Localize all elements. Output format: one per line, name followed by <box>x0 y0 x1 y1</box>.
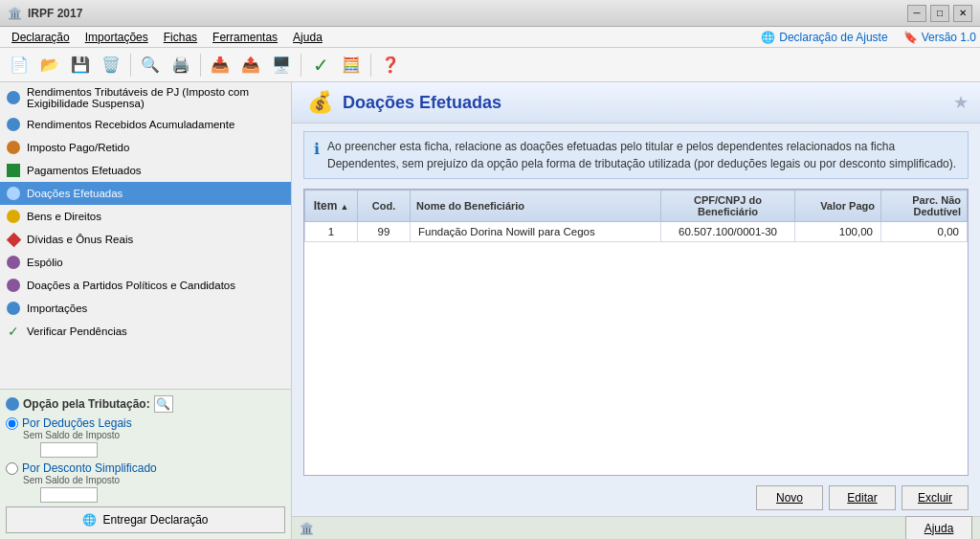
toolbar-save[interactable]: 💾 <box>67 52 94 79</box>
menu-ajuda[interactable]: Ajuda <box>285 29 330 46</box>
menu-importacoes[interactable]: Importações <box>78 29 156 46</box>
sidebar-bottom: Opção pela Tributação: 🔍 Por Deduções Le… <box>0 389 291 539</box>
toolbar-open[interactable]: 📂 <box>36 52 63 79</box>
star-icon[interactable]: ★ <box>953 92 969 113</box>
window-controls: ─ □ ✕ <box>907 5 972 22</box>
toolbar: 📄 📂 💾 🗑️ 🔍 🖨️ 📥 📤 🖥️ ✓ 🧮 ❓ <box>0 48 980 82</box>
pagamentos-label: Pagamentos Efetuados <box>27 165 142 176</box>
sidebar-item-bens[interactable]: Bens e Direitos <box>0 205 291 228</box>
toolbar-delete[interactable]: 🗑️ <box>98 52 124 79</box>
cell-cpf-0: 60.507.100/0001-30 <box>661 222 795 242</box>
imposto-pago-icon <box>6 140 21 155</box>
sidebar-item-importacoes[interactable]: Importações <box>0 297 291 320</box>
doacoes-table: Item ▲ Cod. Nome do Beneficiário CPF/CNP… <box>304 190 968 242</box>
espolio-label: Espólio <box>27 257 63 268</box>
toolbar-export2[interactable]: 🖥️ <box>268 52 295 79</box>
info-icon: ℹ <box>314 138 320 172</box>
imposto-pago-label: Imposto Pago/Retido <box>27 142 129 153</box>
entregar-icon: 🌐 <box>82 513 97 527</box>
saldo-deducoes-label: Sem Saldo de Imposto <box>23 430 285 440</box>
radio-simplificado-input[interactable] <box>6 462 18 475</box>
radio-deducoes-item[interactable]: Por Deduções Legais <box>6 416 285 430</box>
col-header-item[interactable]: Item ▲ <box>305 191 358 222</box>
saldo-deducoes-value[interactable]: 0,00 <box>40 442 98 458</box>
page-title: Doações Efetuadas <box>343 93 501 113</box>
rendimentos-pj-label: Rendimentos Tributáveis de PJ (Imposto c… <box>27 86 285 109</box>
toolbar-help[interactable]: ❓ <box>377 52 404 79</box>
cell-item-0: 1 <box>305 222 358 242</box>
cell-nome-0: Fundação Dorina Nowill para Cegos <box>411 222 661 242</box>
radio-deducoes-input[interactable] <box>6 417 18 430</box>
content-area: 💰 Doações Efetuadas ★ ℹ Ao preencher est… <box>292 82 980 539</box>
toolbar-import[interactable]: 📥 <box>207 52 234 79</box>
page-header-icon: 💰 <box>307 90 333 115</box>
editar-button[interactable]: Editar <box>829 485 896 510</box>
toolbar-print[interactable]: 🖨️ <box>167 52 194 79</box>
radio-deducoes: Por Deduções Legais Sem Saldo de Imposto… <box>6 416 285 458</box>
menu-right: 🌐 Declaração de Ajuste 🔖 Versão 1.0 <box>761 31 976 44</box>
menu-ferramentas[interactable]: Ferramentas <box>205 29 285 46</box>
col-header-valor: Valor Pago <box>795 191 881 222</box>
sidebar-item-rendimentos-acum[interactable]: Rendimentos Recebidos Acumuladamente <box>0 113 291 136</box>
cell-valor-0: 100,00 <box>795 222 881 242</box>
menu-bar: Declaração Importações Fichas Ferramenta… <box>0 27 980 48</box>
rendimentos-pj-icon <box>6 90 21 105</box>
bens-icon <box>6 209 21 224</box>
info-box: ℹ Ao preencher esta ficha, relacione as … <box>303 131 969 179</box>
entregar-button[interactable]: 🌐 Entregar Declaração <box>6 506 285 533</box>
versao-icon: 🔖 <box>903 31 918 44</box>
versao-link[interactable]: 🔖 Versão 1.0 <box>903 31 976 44</box>
toolbar-sep-4 <box>370 54 371 77</box>
app-title: IRPF 2017 <box>28 7 82 20</box>
toolbar-export[interactable]: 📤 <box>237 52 264 79</box>
toolbar-sep-2 <box>200 54 201 77</box>
toolbar-new[interactable]: 📄 <box>6 52 33 79</box>
sidebar-item-dividas[interactable]: Dívidas e Ônus Reais <box>0 228 291 251</box>
cell-parc-0: 0,00 <box>881 222 968 242</box>
table-container: Item ▲ Cod. Nome do Beneficiário CPF/CNP… <box>303 189 969 476</box>
table-row[interactable]: 1 99 Fundação Dorina Nowill para Cegos 6… <box>305 222 968 242</box>
excluir-button[interactable]: Excluir <box>902 485 969 510</box>
radio-simplificado-label: Por Desconto Simplificado <box>22 461 157 475</box>
sidebar-item-imposto-pago[interactable]: Imposto Pago/Retido <box>0 136 291 159</box>
toolbar-print-preview[interactable]: 🔍 <box>137 52 164 79</box>
bens-label: Bens e Direitos <box>27 211 101 222</box>
sidebar: Rendimentos Tributáveis de PJ (Imposto c… <box>0 82 292 539</box>
maximize-button[interactable]: □ <box>930 5 949 22</box>
opcao-icon <box>6 397 19 411</box>
status-bar: 🏛️ Ajuda <box>292 516 980 539</box>
ajuda-button[interactable]: Ajuda <box>905 516 972 540</box>
sidebar-item-rendimentos-pj[interactable]: Rendimentos Tributáveis de PJ (Imposto c… <box>0 82 291 113</box>
toolbar-sep-1 <box>130 54 131 77</box>
action-bar: Novo Editar Excluir <box>292 480 980 516</box>
radio-deducoes-label: Por Deduções Legais <box>22 416 132 430</box>
doacoes-partidos-label: Doações a Partidos Políticos e Candidato… <box>27 280 235 291</box>
dividas-label: Dívidas e Ônus Reais <box>27 234 133 245</box>
menu-items: Declaração Importações Fichas Ferramenta… <box>4 29 330 46</box>
title-bar: 🏛️ IRPF 2017 ─ □ ✕ <box>0 0 980 27</box>
pendencias-label: Verificar Pendências <box>27 326 127 337</box>
sidebar-item-espolio[interactable]: Espólio <box>0 251 291 274</box>
app-icon: 🏛️ <box>8 7 22 20</box>
toolbar-calculator[interactable]: 🧮 <box>338 52 365 79</box>
col-header-cpf: CPF/CNPJ do Beneficiário <box>661 191 795 222</box>
radio-simplificado-item[interactable]: Por Desconto Simplificado <box>6 461 285 475</box>
minimize-button[interactable]: ─ <box>907 5 926 22</box>
menu-declaracao[interactable]: Declaração <box>4 29 78 46</box>
toolbar-sep-3 <box>301 54 301 77</box>
novo-button[interactable]: Novo <box>756 485 823 510</box>
radio-simplificado: Por Desconto Simplificado Sem Saldo de I… <box>6 461 285 503</box>
saldo-simplificado-value[interactable]: 0,00 <box>40 487 98 503</box>
opcao-search[interactable]: 🔍 <box>154 395 173 413</box>
saldo-simplificado-label: Sem Saldo de Imposto <box>23 475 285 485</box>
menu-fichas[interactable]: Fichas <box>156 29 205 46</box>
sidebar-item-pagamentos[interactable]: Pagamentos Efetuados <box>0 159 291 182</box>
sidebar-item-pendencias[interactable]: ✓ Verificar Pendências <box>0 320 291 343</box>
sidebar-item-doacoes-partidos[interactable]: Doações a Partidos Políticos e Candidato… <box>0 274 291 297</box>
toolbar-check[interactable]: ✓ <box>307 52 334 79</box>
close-button[interactable]: ✕ <box>953 5 972 22</box>
doacoes-label: Doações Efetuadas <box>27 188 122 199</box>
declaracao-ajuste-link[interactable]: 🌐 Declaração de Ajuste <box>761 31 887 44</box>
pendencias-icon: ✓ <box>6 324 21 339</box>
sidebar-item-doacoes[interactable]: Doações Efetuadas <box>0 182 291 205</box>
